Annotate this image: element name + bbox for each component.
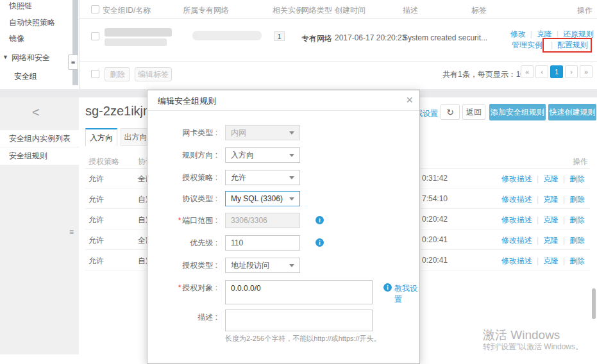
related-instance-count[interactable]: 1 — [274, 31, 285, 41]
delete-button[interactable]: 删除 — [105, 67, 130, 81]
panel-collapse-handle[interactable]: ≡ — [69, 228, 74, 236]
edit-tags-button[interactable]: 编辑标签 — [135, 67, 172, 81]
pager-last[interactable]: » — [580, 65, 593, 78]
delete-link[interactable]: 删除 — [559, 194, 585, 205]
info-icon[interactable]: i — [315, 238, 324, 247]
detail-side-menu: 安全组内实例列表 安全组规则 — [0, 130, 79, 165]
info-icon[interactable]: i — [315, 216, 324, 224]
sidebar-scroll-strip — [72, 0, 78, 85]
info-icon[interactable]: i — [383, 283, 392, 292]
protocol-value: My SQL (3306) — [231, 192, 283, 206]
direction-label: 规则方向 : — [147, 147, 217, 163]
chevron-down-icon — [289, 197, 294, 201]
col-header-description: 描述 — [403, 5, 418, 16]
tab-outbound[interactable]: 出方向 — [121, 128, 151, 146]
rule-policy: 允许 — [88, 174, 104, 185]
port-range-input[interactable] — [225, 213, 300, 228]
refresh-button[interactable]: ↻ — [441, 104, 460, 120]
row-checkbox[interactable] — [91, 32, 99, 40]
rule-created-time: 0:20:42 — [422, 215, 448, 224]
policy-value: 允许 — [231, 170, 246, 185]
nic-type-label: 网卡类型 : — [147, 125, 217, 140]
close-icon[interactable]: × — [406, 93, 413, 107]
protocol-select[interactable]: My SQL (3306) — [225, 191, 300, 206]
delete-link[interactable]: 删除 — [559, 215, 585, 226]
modify-description-link[interactable]: 修改描述 — [501, 256, 532, 267]
screen: 快照链 自动快照策略 镜像 ▼ 网络和安全 安全组 ≡ 安全组ID/名称 所属专… — [0, 0, 597, 364]
clone-link[interactable]: 克隆 — [532, 235, 559, 246]
pagination-summary: 共有1条，每页显示：10条 — [442, 69, 532, 80]
direction-value: 入方向 — [231, 148, 254, 162]
rule-actions: 修改描述 克隆 删除 — [501, 256, 585, 267]
dialog-header: 编辑安全组规则 × — [147, 90, 419, 111]
dialog-title: 编辑安全组规则 — [158, 95, 216, 107]
description-value: System created securit... — [403, 33, 487, 42]
redacted-vpc-link — [192, 31, 262, 40]
chevron-down-icon[interactable]: ▼ — [3, 54, 8, 60]
pagination: « ‹ 1 › » — [521, 65, 593, 78]
row-actions-line2: 管理实例 配置规则 — [512, 38, 592, 53]
quick-create-rule-button[interactable]: 快速创建规则 — [548, 104, 596, 120]
rule-actions: 修改描述 克隆 删除 — [501, 174, 585, 185]
footer-checkbox[interactable] — [91, 70, 99, 78]
modify-description-link[interactable]: 修改描述 — [501, 235, 532, 246]
return-button[interactable]: 返回 — [462, 104, 485, 120]
port-range-label: *端口范围 : — [147, 213, 217, 228]
auth-type-value: 地址段访问 — [231, 258, 269, 272]
priority-label: 优先级 : — [147, 235, 217, 251]
nic-type-select[interactable]: 内网 — [225, 125, 300, 140]
pager-page-1[interactable]: 1 — [550, 65, 563, 78]
col-header-vpc: 所属专有网络 — [183, 5, 229, 16]
modify-description-link[interactable]: 修改描述 — [501, 174, 532, 185]
auth-type-label: 授权类型 : — [147, 258, 217, 273]
chevron-down-icon — [289, 131, 294, 135]
nic-type-value: 内网 — [231, 126, 246, 140]
delete-link[interactable]: 删除 — [559, 235, 585, 246]
clone-link[interactable]: 克隆 — [532, 256, 559, 267]
auth-object-textarea[interactable]: 0.0.0.0/0 — [225, 280, 373, 304]
clone-link[interactable]: 克隆 — [532, 215, 559, 226]
page-scrollbar[interactable] — [592, 288, 596, 319]
sidebar-item-images[interactable]: 镜像 — [9, 33, 24, 44]
modify-description-link[interactable]: 修改描述 — [501, 194, 532, 205]
col-header-tags: 标签 — [471, 5, 487, 16]
rules-col-actions: 操作 — [573, 156, 588, 167]
windows-activation-hint: 转到“设置”以激活 Windows。 — [483, 342, 583, 352]
add-rule-button[interactable]: 添加安全组规则 — [489, 104, 546, 120]
sidebar-item-auto-snapshot-policy[interactable]: 自动快照策略 — [9, 17, 55, 28]
clone-link[interactable]: 克隆 — [532, 194, 559, 205]
description-textarea[interactable] — [225, 310, 373, 331]
sidebar-item-network-security[interactable]: 网络和安全 — [12, 53, 50, 63]
tab-inbound[interactable]: 入方向 — [85, 128, 117, 146]
col-header-related-instances: 相关实例 — [273, 5, 303, 16]
pager-next[interactable]: › — [565, 65, 578, 78]
required-mark: * — [178, 216, 181, 225]
manage-instances-link[interactable]: 管理实例 — [512, 40, 542, 51]
delete-link[interactable]: 删除 — [559, 174, 585, 185]
policy-select[interactable]: 允许 — [225, 170, 300, 185]
configure-rules-link-annotated[interactable]: 配置规则 — [542, 38, 592, 53]
priority-input[interactable] — [225, 235, 300, 251]
auth-type-select[interactable]: 地址段访问 — [225, 258, 300, 273]
rule-created-time: 7:54:10 — [422, 194, 448, 203]
sidebar-collapse-handle[interactable]: ≡ — [68, 54, 78, 70]
protocol-label: 协议类型 : — [147, 191, 217, 206]
delete-link[interactable]: 删除 — [559, 256, 585, 267]
chevron-down-icon — [289, 176, 294, 179]
teach-me-setup-link[interactable]: 教我设置 — [394, 283, 419, 305]
modify-description-link[interactable]: 修改描述 — [501, 215, 532, 226]
sidebar-item-snapshot-chain[interactable]: 快照链 — [9, 1, 32, 12]
menu-item-instance-list[interactable]: 安全组内实例列表 — [0, 130, 79, 147]
pager-first[interactable]: « — [521, 65, 534, 78]
back-arrow-icon[interactable]: < — [32, 105, 40, 120]
select-all-checkbox[interactable] — [91, 5, 99, 13]
rule-policy: 允许 — [88, 235, 104, 246]
divider — [79, 61, 597, 62]
pager-prev[interactable]: ‹ — [535, 65, 548, 78]
rule-created-time: 0:20:41 — [422, 235, 448, 244]
clone-link[interactable]: 克隆 — [532, 174, 559, 185]
description-hint: 长度为2-256个字符，不能以http://或https://开头。 — [225, 334, 381, 343]
direction-select[interactable]: 入方向 — [225, 147, 300, 163]
sidebar-item-security-groups[interactable]: 安全组 — [14, 71, 37, 82]
menu-item-rules[interactable]: 安全组规则 — [0, 147, 79, 165]
